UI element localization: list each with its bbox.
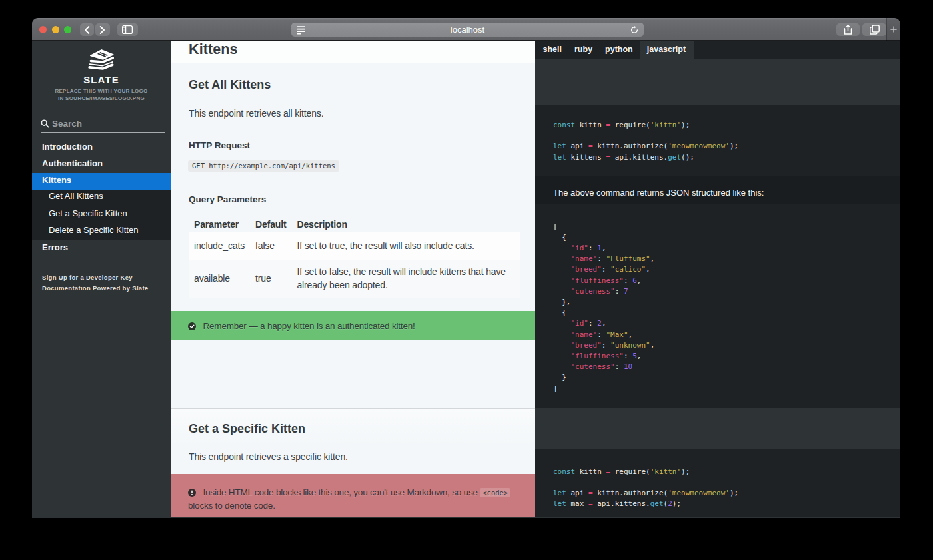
check-circle-icon [188, 322, 196, 330]
table-cell: If set to false, the result will include… [291, 260, 520, 298]
docs-content: Kittens Get All Kittens This endpoint re… [171, 41, 535, 517]
nav-errors[interactable]: Errors [32, 240, 171, 257]
table-row: include_catsfalseIf set to true, the res… [189, 232, 520, 260]
slate-books-logo-icon [85, 47, 117, 72]
search-icon [41, 119, 49, 128]
url-text: localhost [291, 25, 644, 35]
section2-paragraph: This endpoint retrieves a specific kitte… [189, 451, 348, 462]
footer-link[interactable]: Documentation Powered by Slate [42, 283, 148, 294]
logo-tagline: REPLACE THIS WITH YOUR LOGO IN SOURCE/IM… [32, 88, 171, 102]
plus-icon [890, 25, 898, 33]
query-parameters-heading: Query Parameters [189, 194, 266, 204]
nav-get-a-specific-kitten[interactable]: Get a Specific Kitten [32, 206, 171, 223]
address-bar[interactable]: localhost [291, 23, 644, 37]
warning-callout-text: Inside HTML code blocks like this one, y… [171, 474, 535, 513]
tabs-icon [870, 25, 880, 35]
sidebar: SLATE REPLACE THIS WITH YOUR LOGO IN SOU… [32, 41, 171, 517]
warning-callout: Inside HTML code blocks like this one, y… [171, 474, 535, 518]
logo-title: SLATE [32, 74, 171, 85]
traffic-lights [39, 26, 71, 33]
browser-window: localhost [32, 18, 900, 518]
table-header-row: ParameterDefaultDescription [189, 216, 520, 232]
tab-overview-button[interactable] [862, 23, 886, 36]
success-callout-text: Remember — a happy kitten is an authenti… [171, 311, 535, 334]
success-callout: Remember — a happy kitten is an authenti… [171, 311, 535, 340]
close-window-button[interactable] [39, 26, 47, 33]
section1-paragraph: This endpoint retrieves all kittens. [189, 108, 323, 119]
lang-tab-ruby[interactable]: ruby [568, 41, 599, 59]
table-header: Description [291, 216, 520, 232]
sidebar-footer: Sign Up for a Developer KeyDocumentation… [42, 272, 148, 294]
nav-authentication[interactable]: Authentication [32, 156, 171, 173]
sidebar-divider [32, 264, 171, 264]
footer-link[interactable]: Sign Up for a Developer Key [42, 272, 148, 283]
table-cell: include_cats [189, 232, 250, 260]
http-request-heading: HTTP Request [189, 140, 250, 150]
search-placeholder: Search [52, 119, 82, 129]
sidebar-toggle-button[interactable] [117, 23, 139, 36]
table-cell: true [250, 260, 291, 298]
table-row: availabletrueIf set to false, the result… [189, 260, 520, 298]
share-icon [844, 25, 852, 35]
back-button[interactable] [80, 23, 94, 36]
sidebar-nav: IntroductionAuthenticationKittensGet All… [32, 140, 171, 257]
nav-kittens[interactable]: Kittens [32, 173, 171, 190]
lang-tab-shell[interactable]: shell [536, 41, 568, 59]
page-title-band: Kittens [171, 41, 535, 63]
share-button[interactable] [836, 23, 860, 36]
reload-icon[interactable] [630, 25, 639, 35]
nav-get-all-kittens[interactable]: Get All Kittens [32, 190, 171, 206]
page-title: Kittens [171, 41, 535, 58]
code-panel: shellrubypythonjavascript const kittn = … [535, 41, 900, 517]
search-underline [41, 132, 165, 133]
minimize-window-button[interactable] [52, 26, 59, 33]
chevron-right-icon [99, 26, 105, 34]
zoom-window-button[interactable] [64, 26, 71, 33]
table-header: Parameter [189, 216, 250, 232]
section-title-get-all-kittens: Get All Kittens [189, 78, 271, 92]
table-cell: available [189, 260, 250, 298]
chevron-left-icon [84, 26, 90, 34]
lang-tab-python[interactable]: python [599, 41, 640, 59]
desktop-background: localhost [0, 0, 933, 560]
table-cell: If set to true, the result will also inc… [291, 232, 520, 260]
table-header: Default [250, 216, 291, 232]
language-tabs: shellrubypythonjavascript [535, 41, 900, 59]
exclamation-circle-icon [188, 489, 196, 497]
forward-button[interactable] [95, 23, 110, 36]
code-block-js-request-specific: const kittn = require('kittn'); let api … [535, 449, 900, 517]
inline-code: <code> [480, 488, 510, 497]
table-cell: false [250, 232, 291, 260]
page-content: SLATE REPLACE THIS WITH YOUR LOGO IN SOU… [32, 41, 900, 517]
endpoint-code: GET http://example.com/api/kittens [188, 160, 339, 172]
new-tab-button[interactable] [886, 18, 900, 41]
code-annotation: The above command returns JSON structure… [535, 176, 900, 204]
code-block-js-request: const kittn = require('kittn'); let api … [535, 105, 900, 176]
sidebar-icon [122, 25, 133, 34]
query-parameters-table: ParameterDefaultDescription include_cats… [189, 216, 520, 298]
code-block-json-response: [ { "id": 1, "name": "Fluffums", "breed"… [535, 204, 900, 408]
browser-titlebar: localhost [32, 18, 900, 41]
nav-delete-a-specific-kitten[interactable]: Delete a Specific Kitten [32, 223, 171, 240]
section-title-get-a-specific-kitten: Get a Specific Kitten [189, 422, 305, 436]
reader-view-icon[interactable] [296, 25, 307, 35]
logo: SLATE REPLACE THIS WITH YOUR LOGO IN SOU… [32, 47, 171, 102]
nav-introduction[interactable]: Introduction [32, 140, 171, 157]
lang-tab-javascript[interactable]: javascript [640, 41, 693, 59]
